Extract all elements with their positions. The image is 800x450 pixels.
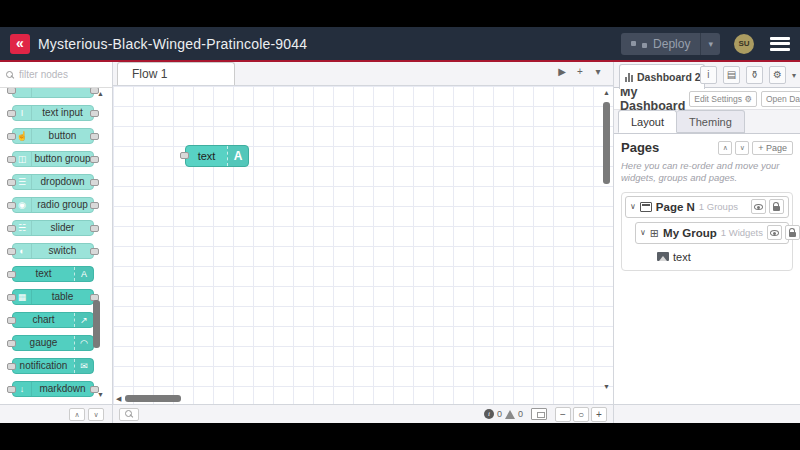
navigator-toggle-button[interactable] bbox=[531, 408, 547, 420]
palette-node-label: switch bbox=[32, 244, 93, 258]
palette-node[interactable]: ◫ button group bbox=[12, 151, 94, 167]
palette-scroll-down-icon[interactable]: ▼ bbox=[97, 391, 104, 398]
unlock-icon bbox=[789, 232, 796, 237]
node-input-port[interactable] bbox=[7, 363, 16, 370]
zoom-in-button[interactable]: + bbox=[591, 407, 607, 422]
node-output-port[interactable] bbox=[90, 179, 99, 186]
chevron-down-icon[interactable]: ∨ bbox=[640, 228, 646, 237]
node-input-port[interactable] bbox=[7, 294, 16, 301]
palette-node[interactable]: ↗ chart bbox=[12, 312, 94, 328]
workspace-search-button[interactable] bbox=[119, 408, 139, 421]
node-input-port[interactable] bbox=[7, 317, 16, 324]
group-lock-button[interactable] bbox=[785, 225, 800, 240]
page-lock-button[interactable] bbox=[769, 199, 784, 214]
add-page-button[interactable]: + Page bbox=[752, 141, 793, 155]
node-input-port[interactable] bbox=[7, 202, 16, 209]
palette-node[interactable]: ☵ slider bbox=[12, 220, 94, 236]
palette-node-label: dropdown bbox=[32, 175, 93, 189]
sidebar-more-tabs-chevron-icon[interactable]: ▾ bbox=[792, 71, 796, 80]
tree-group-row[interactable]: ∨ ⊞ My Group 1 Widgets bbox=[635, 222, 789, 244]
node-input-port[interactable] bbox=[7, 271, 16, 278]
bar-chart-icon bbox=[625, 72, 633, 82]
node-input-port[interactable] bbox=[7, 133, 16, 140]
palette-node[interactable]: ↓ markdown bbox=[12, 381, 94, 397]
palette-node[interactable]: ◠ gauge bbox=[12, 335, 94, 351]
palette-node[interactable]: ☰ dropdown bbox=[12, 174, 94, 190]
palette-scroll-up-icon[interactable]: ▲ bbox=[97, 90, 104, 97]
node-type-icon: ◠ bbox=[74, 336, 93, 350]
palette-node-label bbox=[32, 88, 93, 97]
palette-node[interactable]: ▦ table bbox=[12, 289, 94, 305]
node-input-port[interactable] bbox=[7, 179, 16, 186]
deploy-options-chevron-icon[interactable]: ▾ bbox=[700, 33, 720, 55]
sidebar-tab-label: Dashboard 2.0 bbox=[637, 71, 709, 83]
tab-scroll-right-icon[interactable]: ▶ bbox=[555, 66, 569, 77]
flow-tab[interactable]: Flow 1 bbox=[117, 62, 235, 85]
group-visibility-button[interactable] bbox=[767, 225, 782, 240]
palette-node-label: button group bbox=[32, 152, 93, 166]
palette-node[interactable]: I text input bbox=[12, 105, 94, 121]
node-output-port[interactable] bbox=[90, 248, 99, 255]
node-output-port[interactable] bbox=[90, 225, 99, 232]
node-output-port[interactable] bbox=[90, 156, 99, 163]
debug-sidebar-button[interactable]: ⚱ bbox=[746, 66, 763, 84]
node-output-port[interactable] bbox=[90, 133, 99, 140]
page-icon bbox=[640, 202, 652, 212]
tab-layout[interactable]: Layout bbox=[618, 110, 677, 133]
node-palette: I text input ☝ button bbox=[0, 62, 113, 423]
canvas-node-text[interactable]: text A bbox=[185, 145, 249, 167]
canvas-vertical-scrollbar[interactable] bbox=[603, 102, 610, 184]
move-page-down-button[interactable]: ∨ bbox=[735, 141, 749, 155]
flow-canvas[interactable]: text A ▲ ▼ ◀ bbox=[113, 86, 613, 404]
add-flow-button[interactable]: + bbox=[573, 66, 587, 77]
palette-node-label: radio group bbox=[32, 198, 93, 212]
node-output-port[interactable] bbox=[90, 110, 99, 117]
palette-node[interactable]: ✉ notification bbox=[12, 358, 94, 374]
palette-node-label: text bbox=[13, 267, 74, 281]
canvas-scroll-down-icon[interactable]: ▼ bbox=[603, 383, 610, 390]
tab-dashboard-2[interactable]: Dashboard 2.0 bbox=[619, 64, 705, 89]
deploy-button[interactable]: Deploy ▾ bbox=[621, 33, 720, 55]
node-input-port[interactable] bbox=[7, 156, 16, 163]
node-input-port[interactable] bbox=[7, 110, 16, 117]
main-menu-button[interactable] bbox=[770, 37, 790, 51]
node-input-port[interactable] bbox=[7, 88, 16, 94]
node-input-port[interactable] bbox=[7, 386, 16, 393]
chevron-down-icon[interactable]: ∨ bbox=[630, 202, 636, 211]
palette-footer: ∧ ∨ bbox=[0, 404, 112, 423]
user-avatar[interactable]: SU bbox=[734, 34, 754, 54]
flow-list-chevron-icon[interactable]: ▾ bbox=[591, 66, 605, 77]
palette-search bbox=[0, 62, 112, 88]
palette-node[interactable]: ◐ switch bbox=[12, 243, 94, 259]
info-sidebar-button[interactable]: i bbox=[700, 66, 717, 84]
palette-node[interactable] bbox=[12, 88, 94, 98]
palette-node[interactable]: ◉ radio group bbox=[12, 197, 94, 213]
move-page-up-button[interactable]: ∧ bbox=[718, 141, 732, 155]
node-input-port[interactable] bbox=[7, 340, 16, 347]
expand-categories-button[interactable]: ∨ bbox=[88, 408, 104, 421]
zoom-reset-button[interactable]: ○ bbox=[573, 407, 589, 422]
zoom-out-button[interactable]: − bbox=[555, 407, 571, 422]
tree-page-row[interactable]: ∨ Page N 1 Groups bbox=[625, 196, 789, 218]
canvas-scroll-left-icon[interactable]: ◀ bbox=[116, 395, 121, 403]
palette-node[interactable]: ☝ button bbox=[12, 128, 94, 144]
canvas-scroll-up-icon[interactable]: ▲ bbox=[603, 89, 610, 96]
config-nodes-sidebar-button[interactable]: ⚙ bbox=[769, 66, 786, 84]
workspace-footer: i 0 0 − ○ + bbox=[113, 404, 613, 423]
help-sidebar-button[interactable]: ▤ bbox=[723, 66, 740, 84]
page-visibility-button[interactable] bbox=[751, 199, 766, 214]
collapse-categories-button[interactable]: ∧ bbox=[69, 408, 85, 421]
palette-node-label: markdown bbox=[32, 382, 93, 396]
node-input-port[interactable] bbox=[7, 225, 16, 232]
node-input-port[interactable] bbox=[180, 152, 189, 159]
edit-settings-button[interactable]: Edit Settings ⚙ bbox=[689, 91, 757, 107]
palette-scrollbar[interactable] bbox=[93, 300, 100, 348]
tab-theming[interactable]: Theming bbox=[677, 110, 745, 133]
node-input-port[interactable] bbox=[7, 248, 16, 255]
open-dashboard-button[interactable]: Open Dashboard ↗ bbox=[761, 91, 800, 107]
node-output-port[interactable] bbox=[90, 202, 99, 209]
tree-widget-row[interactable]: text bbox=[653, 247, 789, 267]
palette-node[interactable]: A text bbox=[12, 266, 94, 282]
canvas-horizontal-scrollbar[interactable] bbox=[125, 395, 181, 402]
filter-nodes-input[interactable] bbox=[19, 69, 99, 80]
